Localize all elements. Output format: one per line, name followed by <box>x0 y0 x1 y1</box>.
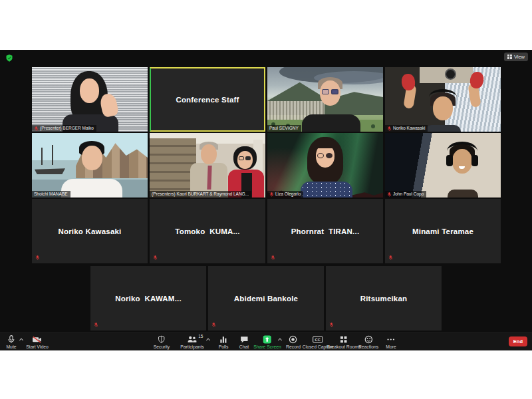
smiley-icon <box>364 335 372 344</box>
participants-button[interactable]: 15 Participants <box>180 335 204 349</box>
muted-mic-icon <box>271 255 275 261</box>
video-tile-shoichi-manabe[interactable]: Shoichi MANABE <box>32 133 148 198</box>
name-tile-abidemi-bankole[interactable]: Abidemi Bankole <box>208 266 324 331</box>
participant-name-label: Liza Olegario <box>267 191 303 198</box>
bar-chart-icon <box>219 335 227 344</box>
participant-name-label: Paul SEVIGNY <box>267 125 301 132</box>
participants-label: Participants <box>180 344 204 349</box>
record-icon <box>289 335 297 344</box>
participant-name-label: Shoichi MANABE <box>32 191 70 198</box>
participant-name: (Presenters) Kaori BURKART & Raymond LAN… <box>152 191 249 198</box>
participant-video-feed <box>32 133 148 198</box>
participant-name: Ritsumeikan <box>326 266 442 331</box>
participant-name-label: (Presenters) Kaori BURKART & Raymond LAN… <box>150 191 251 198</box>
participant-name: John Paul Copo <box>393 191 424 198</box>
participant-name: Minami Teramae <box>385 199 501 263</box>
participant-name: Phornrat TIRAN... <box>267 199 383 263</box>
muted-mic-icon <box>387 126 392 132</box>
participant-name: Tomoko KUMA... <box>150 199 265 263</box>
record-button[interactable]: Record <box>286 335 301 349</box>
share-screen-label: Share Screen <box>253 344 281 349</box>
participant-video-feed <box>150 133 265 198</box>
zoom-meeting-window: View (Presenter) BERGER Maiko Conference… <box>0 50 532 350</box>
participant-name: (Presenter) BERGER Maiko <box>40 125 94 132</box>
participant-name: Liza Olegario <box>275 191 301 198</box>
security-button[interactable]: Security <box>154 335 170 349</box>
chat-label: Chat <box>239 344 249 349</box>
muted-mic-icon <box>388 255 393 261</box>
participant-name: Shoichi MANABE <box>34 191 68 198</box>
participant-name: Noriko Kawasaki <box>393 125 425 132</box>
meeting-toolbar: Mute Start Video Security 15 <box>0 332 532 350</box>
camera-off-icon <box>32 335 42 344</box>
participant-video-feed <box>385 67 501 132</box>
end-meeting-button[interactable]: End <box>509 336 527 346</box>
participant-name: Noriko Kawasaki <box>32 199 148 263</box>
chat-bubble-icon <box>239 335 248 344</box>
participants-icon: 15 <box>187 335 197 344</box>
name-tile-minami-teramae[interactable]: Minami Teramae <box>385 199 501 263</box>
participant-name-label: Noriko Kawasaki <box>385 125 428 132</box>
name-tile-phornrat-tiran[interactable]: Phornrat TIRAN... <box>267 199 383 263</box>
share-screen-icon <box>263 335 272 344</box>
participant-name: Noriko KAWAM... <box>90 266 206 331</box>
polls-label: Polls <box>219 344 229 349</box>
encryption-shield-icon <box>5 54 13 63</box>
mute-options-chevron-icon[interactable] <box>19 338 24 341</box>
participant-name: Paul SEVIGNY <box>269 125 299 132</box>
more-label: More <box>386 344 396 349</box>
name-tile-noriko-kawasaki[interactable]: Noriko Kawasaki <box>32 199 148 263</box>
more-button[interactable]: More <box>386 335 396 349</box>
video-tile-liza-olegario[interactable]: Liza Olegario <box>267 133 383 198</box>
muted-mic-icon <box>329 322 334 328</box>
shield-icon <box>158 335 166 344</box>
video-tile-berger-maiko[interactable]: (Presenter) BERGER Maiko <box>32 67 148 132</box>
breakout-rooms-button[interactable]: Breakout Rooms <box>327 335 361 349</box>
participant-name-label: John Paul Copo <box>385 191 426 198</box>
svg-text:CC: CC <box>315 338 321 342</box>
mute-button[interactable]: Mute <box>6 335 16 349</box>
video-tile-noriko-kawasaki-video[interactable]: Noriko Kawasaki <box>385 67 501 132</box>
participants-count-badge: 15 <box>198 334 203 338</box>
participants-options-chevron-icon[interactable] <box>206 338 211 341</box>
participant-video-feed <box>385 133 501 198</box>
participant-video-feed <box>267 67 383 132</box>
name-tile-noriko-kawam[interactable]: Noriko KAWAM... <box>90 266 206 331</box>
muted-mic-icon <box>35 255 40 261</box>
participant-name: Abidemi Bankole <box>208 266 324 331</box>
video-tile-john-paul-copo[interactable]: John Paul Copo <box>385 133 501 198</box>
record-label: Record <box>286 344 301 349</box>
video-tile-burkart-lang[interactable]: (Presenters) Kaori BURKART & Raymond LAN… <box>150 133 265 198</box>
muted-mic-icon <box>94 322 98 328</box>
ellipsis-icon <box>387 335 396 344</box>
chat-button[interactable]: Chat <box>239 335 249 349</box>
participant-name-label: (Presenter) BERGER Maiko <box>32 125 96 132</box>
mute-label: Mute <box>6 344 16 349</box>
closed-caption-icon: CC <box>313 335 323 344</box>
participant-name: Conference Staff <box>151 68 264 130</box>
muted-mic-icon <box>34 126 39 132</box>
screenshot-canvas: View (Presenter) BERGER Maiko Conference… <box>0 0 532 399</box>
muted-mic-icon <box>153 255 158 261</box>
start-video-label: Start Video <box>26 344 49 349</box>
microphone-icon <box>7 335 16 344</box>
reactions-button[interactable]: Reactions <box>358 335 378 349</box>
breakout-grid-icon <box>340 335 348 344</box>
name-tile-tomoko-kuma[interactable]: Tomoko KUMA... <box>150 199 265 263</box>
muted-mic-icon <box>269 192 274 198</box>
participant-video-feed <box>32 67 148 132</box>
name-tile-ritsumeikan[interactable]: Ritsumeikan <box>326 266 442 331</box>
breakout-rooms-label: Breakout Rooms <box>327 344 361 349</box>
view-button[interactable]: View <box>504 53 528 61</box>
muted-mic-icon <box>211 322 216 328</box>
share-options-chevron-icon[interactable] <box>278 338 283 341</box>
security-label: Security <box>154 344 170 349</box>
reactions-label: Reactions <box>358 344 378 349</box>
gallery-grid-icon <box>507 55 512 59</box>
polls-button[interactable]: Polls <box>219 335 229 349</box>
view-button-label: View <box>514 54 525 60</box>
start-video-button[interactable]: Start Video <box>26 335 49 349</box>
video-tile-paul-sevigny[interactable]: Paul SEVIGNY <box>267 67 383 132</box>
video-tile-conference-staff[interactable]: Conference Staff <box>150 67 265 132</box>
participant-video-feed <box>267 133 383 198</box>
